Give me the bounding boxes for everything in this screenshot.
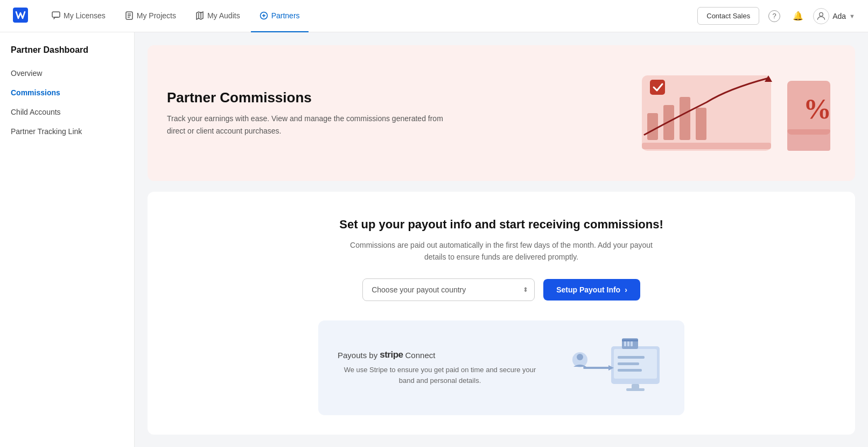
svg-point-4 <box>820 12 823 16</box>
nav-item-my-licenses[interactable]: My Licenses <box>43 0 114 32</box>
svg-rect-14 <box>642 143 771 149</box>
svg-rect-20 <box>618 369 642 372</box>
stripe-illustration <box>568 336 665 400</box>
svg-rect-27 <box>622 339 638 341</box>
sidebar-item-child-accounts[interactable]: Child Accounts <box>0 102 134 122</box>
contact-sales-button[interactable]: Contact Sales <box>697 7 759 25</box>
sidebar-item-partner-tracking-link[interactable]: Partner Tracking Link <box>0 122 134 141</box>
help-button[interactable]: ? <box>766 8 783 25</box>
svg-rect-11 <box>650 80 665 95</box>
commissions-banner: Partner Commissions Track your earnings … <box>148 45 855 181</box>
stripe-section-wrapper: Payouts by stripe Connect We use Stripe … <box>169 320 834 415</box>
avatar <box>813 8 829 24</box>
svg-rect-1 <box>52 12 60 17</box>
nav-label-my-licenses: My Licenses <box>64 11 106 20</box>
svg-rect-6 <box>647 113 658 140</box>
svg-rect-26 <box>631 341 633 346</box>
top-navigation: My Licenses My Projects My Audits Partne… <box>0 0 868 32</box>
chat-icon <box>52 11 60 20</box>
sidebar-title: Partner Dashboard <box>0 45 134 64</box>
chevron-down-icon: ▼ <box>849 13 855 19</box>
svg-rect-25 <box>627 341 629 346</box>
help-icon: ? <box>768 10 780 22</box>
layout: Partner Dashboard Overview Commissions C… <box>0 32 868 447</box>
notifications-button[interactable]: 🔔 <box>789 8 807 25</box>
banner-text: Partner Commissions Track your earnings … <box>167 89 447 137</box>
nav-label-my-projects: My Projects <box>137 11 176 20</box>
setup-payout-button[interactable]: Setup Payout Info › <box>543 279 640 301</box>
stripe-brand: stripe <box>380 350 403 360</box>
banner-illustration: % <box>631 65 836 162</box>
arrow-right-icon: › <box>625 285 627 294</box>
bell-icon: 🔔 <box>793 11 803 21</box>
svg-rect-9 <box>696 108 706 140</box>
main-content: Partner Commissions Track your earnings … <box>135 32 868 447</box>
payout-actions: Choose your payout country United States… <box>169 278 834 301</box>
svg-point-30 <box>577 354 583 360</box>
plus-circle-icon <box>260 11 268 20</box>
user-menu[interactable]: Ada ▼ <box>813 8 855 24</box>
commissions-illustration-svg: % <box>631 65 836 162</box>
svg-rect-18 <box>618 356 645 359</box>
topnav-right: Contact Sales ? 🔔 Ada ▼ <box>697 7 855 25</box>
nav-label-partners: Partners <box>271 11 300 20</box>
stripe-illustration-svg <box>568 336 665 400</box>
sidebar-item-commissions[interactable]: Commissions <box>0 83 134 102</box>
sidebar: Partner Dashboard Overview Commissions C… <box>0 32 135 447</box>
banner-title: Partner Commissions <box>167 89 447 106</box>
stripe-label: Payouts by stripe Connect <box>338 350 542 360</box>
svg-rect-8 <box>680 97 690 140</box>
audit-icon <box>195 11 204 20</box>
sidebar-item-overview[interactable]: Overview <box>0 64 134 83</box>
svg-rect-15 <box>787 129 830 151</box>
logo[interactable] <box>13 8 28 25</box>
payout-description: Commissions are paid out automatically i… <box>340 239 663 263</box>
svg-rect-0 <box>13 8 28 23</box>
svg-rect-24 <box>624 341 626 346</box>
svg-text:%: % <box>803 94 831 124</box>
nav-item-my-audits[interactable]: My Audits <box>187 0 249 32</box>
stripe-description: We use Stripe to ensure you get paid on … <box>338 365 542 386</box>
stripe-card: Payouts by stripe Connect We use Stripe … <box>318 320 684 415</box>
payout-heading: Set up your payout info and start receiv… <box>169 218 834 232</box>
nav-links: My Licenses My Projects My Audits Partne… <box>43 0 697 32</box>
payout-setup-card: Set up your payout info and start receiv… <box>148 192 855 435</box>
svg-rect-22 <box>626 388 645 391</box>
stripe-text: Payouts by stripe Connect We use Stripe … <box>338 350 542 386</box>
nav-item-partners[interactable]: Partners <box>251 0 309 32</box>
country-select[interactable]: Choose your payout country United States… <box>362 278 535 301</box>
svg-rect-19 <box>618 362 639 365</box>
nav-label-my-audits: My Audits <box>207 11 240 20</box>
file-icon <box>125 11 134 20</box>
user-name: Ada <box>832 12 846 20</box>
nav-item-my-projects[interactable]: My Projects <box>116 0 185 32</box>
country-select-wrapper: Choose your payout country United States… <box>362 278 535 301</box>
banner-description: Track your earnings with ease. View and … <box>167 113 447 137</box>
